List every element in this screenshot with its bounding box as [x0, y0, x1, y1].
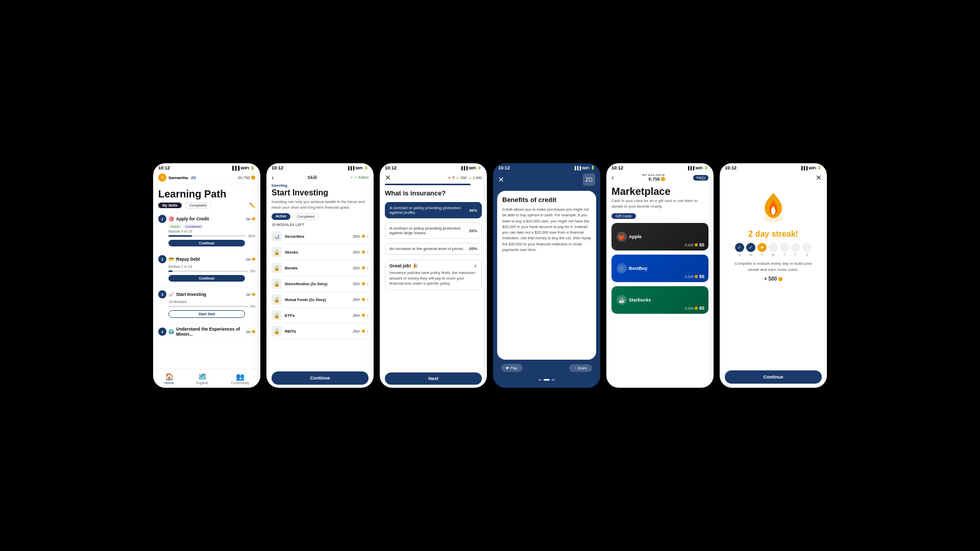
- skill-securities[interactable]: 📊 Securities 250+ ›: [266, 229, 374, 244]
- invest-title: Start Investing: [266, 188, 374, 199]
- streak-desc: Complete a module every day to build you…: [720, 261, 827, 273]
- coins-value: 20,750: [238, 176, 250, 180]
- completed-btn[interactable]: Completed: [292, 213, 319, 220]
- earned-coin-icon: [778, 277, 782, 281]
- next-button[interactable]: Next: [385, 372, 482, 385]
- collapse-icon[interactable]: ∨: [474, 263, 477, 268]
- completed-tab[interactable]: Completed: [185, 202, 211, 209]
- phone2-continue-btn[interactable]: Continue: [272, 371, 369, 385]
- streak-continue-btn[interactable]: Continue: [725, 370, 822, 384]
- skill-etfs[interactable]: 🔒 ETFs 250+ ›: [266, 308, 374, 323]
- answer-option-3[interactable]: An increase in the general level of pric…: [385, 243, 482, 255]
- explore-icon: 🗺️: [198, 372, 207, 381]
- item-3-coins: 2k+: [246, 293, 255, 296]
- page-title: Learning Path: [153, 184, 260, 202]
- item-1-num: 1: [158, 215, 166, 223]
- skill-stocks-coins: 250+: [353, 251, 365, 254]
- item-3-progress: 0%: [168, 305, 255, 308]
- coin-count: 500: [461, 176, 467, 180]
- battery-icon-5: 🔋: [704, 166, 708, 170]
- signal-icon-3: ▐▐▐: [460, 166, 468, 170]
- skill-etfs-icon: 🔒: [272, 310, 282, 320]
- credit-close-btn[interactable]: ✕: [498, 176, 504, 184]
- quiz-close-btn[interactable]: ✕: [385, 173, 391, 182]
- chevron-icon-2: ›: [367, 249, 369, 255]
- phone6-content: ✕ 2 day streak! ✓ S ✓ M: [720, 171, 827, 368]
- signal-icon-5: ▐▐▐: [687, 166, 694, 170]
- streak-close-btn[interactable]: ✕: [816, 173, 822, 182]
- time-1: 10:12: [158, 165, 170, 170]
- active-btn[interactable]: Active: [272, 213, 290, 220]
- item-3-icon: 📈: [168, 292, 174, 297]
- item-3-start[interactable]: Start Skill: [168, 310, 245, 318]
- share-label: Share: [577, 366, 587, 370]
- streak-day-s2: S: [802, 243, 812, 257]
- dark-header: ✕ ZO: [493, 171, 600, 191]
- skill-div-icon: 🔒: [272, 279, 282, 289]
- answer-option-2[interactable]: A contract or policy providing protectio…: [385, 222, 482, 239]
- answer-text-1: A contract or policy providing protectio…: [389, 206, 467, 215]
- item-2-progress: 5%: [168, 269, 255, 273]
- phone5-content: ‹ MY BALANCE 8,756 FAQs Marketplace Cash…: [606, 171, 714, 388]
- edit-icon[interactable]: ✏️: [249, 203, 255, 208]
- tag-completed: Completed: [183, 224, 203, 229]
- item-1-pct: 30%: [248, 234, 255, 238]
- item-1-continue[interactable]: Continue: [168, 240, 245, 246]
- my-skills-tab[interactable]: My Skills: [158, 203, 182, 208]
- item-2-continue[interactable]: Continue: [168, 275, 245, 282]
- status-bar-3: 10:12 ▐▐▐ WiFi 🔋: [380, 163, 487, 171]
- apple-card[interactable]: 🍎 Apple 5,000 $5: [611, 223, 708, 251]
- item-2-title: Repay Debt: [176, 257, 244, 262]
- great-job-panel: Great job! 🎉 ∨ Insurance policies have p…: [385, 260, 482, 290]
- skill-reits-coins: 250+: [353, 330, 365, 333]
- phone-start-investing: 10:12 ▐▐▐ WiFi 🔋 ‹ Skill ✓ ✓ Added Inves…: [266, 163, 374, 388]
- skill-diversification[interactable]: 🔒 Diversification (Zo Story) 250+ ›: [266, 276, 374, 292]
- streak-icon-s2: [802, 243, 812, 252]
- streak-day-m: ✓ M: [746, 243, 755, 257]
- nav-explore[interactable]: 🗺️ Explore: [197, 372, 209, 385]
- filter-gift-cards[interactable]: Gift Cards: [611, 213, 636, 219]
- great-job-header: Great job! 🎉 ∨: [389, 263, 477, 268]
- time-3: 10:12: [385, 165, 397, 170]
- apple-coins: 5,000: [685, 243, 698, 247]
- home-icon: 🏠: [165, 372, 174, 381]
- avatar: S: [158, 173, 166, 182]
- balance-value: 8,756: [648, 177, 665, 182]
- streak-label-f: F: [795, 253, 797, 257]
- user-info: S Samantha ZO: [158, 173, 196, 182]
- apple-icon: 🍎: [617, 232, 627, 242]
- invest-desc: Investing can help you achieve wealth in…: [266, 199, 374, 213]
- starbucks-card[interactable]: ☕ Starbucks 5,000 $5: [611, 286, 708, 314]
- time-2: 10:12: [272, 165, 283, 170]
- play-icon: ▶: [506, 366, 509, 370]
- item-4-title: Understand the Experiences of Minori...: [176, 327, 244, 337]
- faqs-button[interactable]: FAQs: [693, 175, 708, 181]
- bottom-nav: 🏠 Home 🗺️ Explore 👥 Community: [153, 369, 260, 388]
- share-button[interactable]: ↑ Share: [569, 364, 592, 372]
- header-bar: S Samantha ZO 20,750: [153, 171, 260, 184]
- bestbuy-card[interactable]: 🛒 BestBuy 5,000 $5: [611, 255, 708, 282]
- learning-item-1: 1 🎯 Apply for Credit 2k+ Active Complete…: [153, 212, 260, 252]
- nav-home[interactable]: 🏠 Home: [164, 372, 174, 385]
- skill-mf-name: Mutual Funds (Zo Story): [285, 298, 353, 302]
- signal-icon-4: ▐▐▐: [573, 166, 581, 170]
- modules-count: 15 MODULES LEFT: [266, 223, 374, 229]
- streak-icon-t: ★: [757, 243, 767, 252]
- skill-reits[interactable]: 🔒 REITs 250+ ›: [266, 323, 374, 339]
- back-button-2[interactable]: ‹: [272, 173, 274, 182]
- skill-bonds[interactable]: 🔒 Bonds 250+ ›: [266, 260, 374, 276]
- skill-mutual-funds[interactable]: 🔒 Mutual Funds (Zo Story) 250+ ›: [266, 292, 374, 308]
- back-button-5[interactable]: ‹: [611, 173, 614, 182]
- skill-div-coins: 250+: [353, 282, 365, 286]
- item-3-title: Start Investing: [176, 292, 244, 297]
- streak-day-w: W: [769, 243, 778, 257]
- screen-title-2: Skill: [307, 175, 317, 180]
- learning-item-3: 3 📈 Start Investing 2k+ 18 Modules 0% St…: [153, 287, 260, 323]
- skill-bonds-coins: 250+: [353, 266, 365, 270]
- skill-stocks[interactable]: 🔒 Stocks 250+ ›: [266, 244, 374, 260]
- play-button[interactable]: ▶ Play: [501, 364, 523, 372]
- wifi-icon-6: WiFi: [808, 166, 816, 170]
- answer-option-1[interactable]: A contract or policy providing protectio…: [385, 202, 482, 218]
- nav-community[interactable]: 👥 Community: [231, 372, 249, 385]
- bestbuy-icon: 🛒: [617, 263, 627, 273]
